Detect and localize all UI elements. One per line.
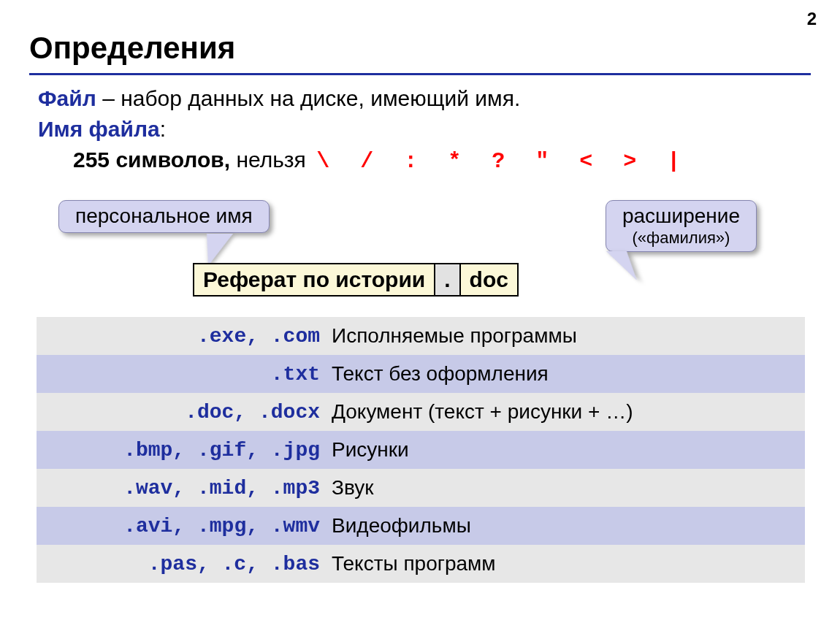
callout-personal-name-text: персональное имя (75, 204, 253, 227)
description-cell: Текст без оформления (326, 355, 805, 393)
callout-tail-right (606, 251, 647, 280)
page-number: 2 (807, 9, 817, 29)
callout-personal-name: персональное имя (58, 200, 270, 233)
extension-cell: .txt (37, 355, 326, 393)
extension-cell: .pas, .c, .bas (37, 545, 326, 583)
term-file-text: – набор данных на диске, имеющий имя. (96, 86, 520, 110)
limit-count: 255 символов, (73, 148, 230, 172)
table-row: .txtТекст без оформления (37, 355, 805, 393)
description-cell: Исполняемые программы (326, 317, 805, 355)
extension-cell: .exe, .com (37, 317, 326, 355)
heading-divider (29, 73, 811, 75)
filename-name-part: Реферат по истории (194, 264, 435, 295)
table-row: .bmp, .gif, .jpgРисунки (37, 431, 805, 469)
filename-box: Реферат по истории . doc (193, 263, 519, 297)
table-row: .avi, .mpg, .wmvВидеофильмы (37, 507, 805, 545)
limit-rest: нельзя (230, 148, 312, 172)
extension-cell: .bmp, .gif, .jpg (37, 431, 326, 469)
description-cell: Видеофильмы (326, 507, 805, 545)
extension-cell: .wav, .mid, .mp3 (37, 469, 326, 507)
filename-limits: 255 символов, нельзя \ / : * ? " < > | (38, 145, 811, 177)
description-cell: Звук (326, 469, 805, 507)
term-filename: Имя файла (38, 117, 160, 141)
description-cell: Тексты программ (326, 545, 805, 583)
slide-heading: Определения (29, 31, 235, 66)
forbidden-chars: \ / : * ? " < > | (312, 149, 689, 174)
term-file: Файл (38, 86, 96, 110)
table-row: .pas, .c, .basТексты программ (37, 545, 805, 583)
filename-ext-part: doc (461, 264, 517, 295)
table-row: .doc, .docxДокумент (текст + рисунки + …… (37, 393, 805, 431)
filename-dot-part: . (435, 264, 460, 295)
callout-tail-left (195, 234, 233, 266)
term-filename-colon: : (160, 117, 166, 141)
callout-extension: расширение («фамилия») (606, 200, 757, 252)
extension-cell: .doc, .docx (37, 393, 326, 431)
definition-file: Файл – набор данных на диске, имеющий им… (38, 83, 811, 114)
table-row: .wav, .mid, .mp3Звук (37, 469, 805, 507)
body-text: Файл – набор данных на диске, имеющий им… (38, 83, 811, 177)
table-row: .exe, .comИсполняемые программы (37, 317, 805, 355)
callout-extension-subtext: («фамилия») (622, 229, 740, 247)
extension-cell: .avi, .mpg, .wmv (37, 507, 326, 545)
definition-filename: Имя файла: (38, 114, 811, 145)
callout-extension-text: расширение (622, 204, 740, 227)
extensions-table: .exe, .comИсполняемые программы.txtТекст… (37, 317, 805, 583)
description-cell: Рисунки (326, 431, 805, 469)
description-cell: Документ (текст + рисунки + …) (326, 393, 805, 431)
